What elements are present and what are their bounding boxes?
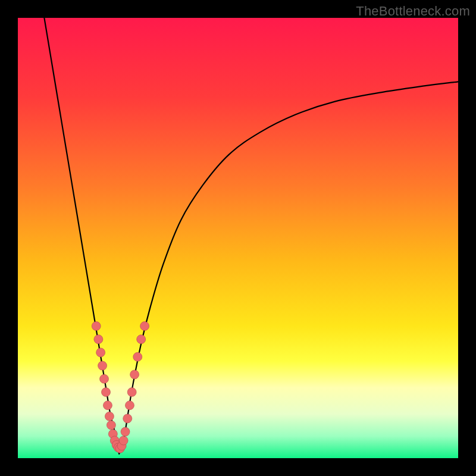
scatter-group xyxy=(92,322,149,453)
scatter-point xyxy=(127,388,136,397)
scatter-point xyxy=(130,370,139,379)
scatter-point xyxy=(94,335,103,344)
chart-frame: TheBottleneck.com xyxy=(0,0,476,476)
scatter-point xyxy=(92,322,101,331)
scatter-point xyxy=(125,401,134,410)
scatter-point xyxy=(133,352,142,361)
plot-area xyxy=(18,18,458,458)
scatter-point xyxy=(119,436,128,445)
watermark-text: TheBottleneck.com xyxy=(356,4,470,19)
scatter-point xyxy=(96,348,105,357)
curve-layer xyxy=(18,18,458,458)
scatter-point xyxy=(123,414,132,423)
scatter-point xyxy=(107,421,115,430)
scatter-point xyxy=(137,335,146,344)
scatter-point xyxy=(105,412,114,421)
scatter-point xyxy=(121,427,130,436)
scatter-point xyxy=(103,401,112,410)
scatter-point xyxy=(102,388,111,397)
scatter-point xyxy=(140,322,149,331)
scatter-point xyxy=(100,374,109,383)
scatter-point xyxy=(98,361,107,370)
bottleneck-curve-right-path xyxy=(119,82,458,453)
